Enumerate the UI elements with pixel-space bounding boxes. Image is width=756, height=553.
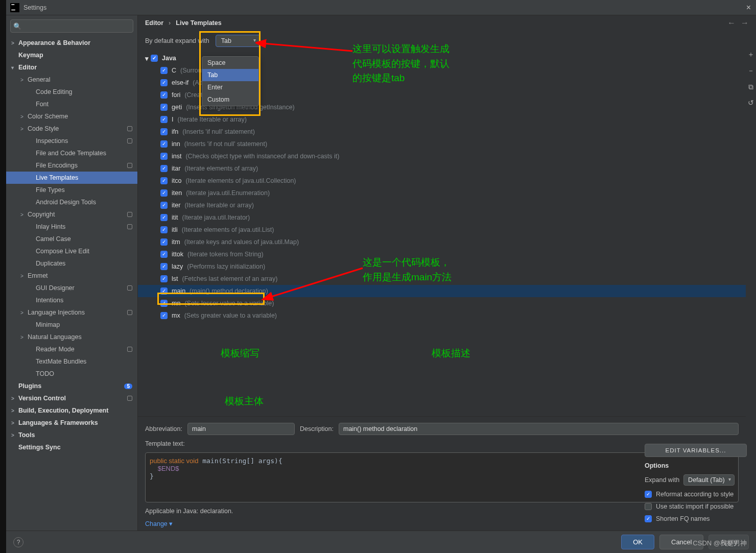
template-checkbox[interactable] <box>160 189 168 197</box>
dropdown-option[interactable]: Space <box>202 57 258 69</box>
expand-dropdown-popup[interactable]: SpaceTabEnterCustom <box>202 56 259 106</box>
tree-item-label: Settings Sync <box>18 444 137 451</box>
settings-tree-item[interactable]: >Emmet <box>6 270 137 282</box>
dropdown-option[interactable]: Custom <box>202 93 258 106</box>
template-checkbox[interactable] <box>160 165 168 172</box>
dropdown-option[interactable]: Enter <box>202 81 258 93</box>
settings-tree-item[interactable]: >Color Scheme <box>6 110 137 123</box>
group-checkbox[interactable] <box>151 55 158 62</box>
template-checkbox[interactable] <box>160 226 168 233</box>
settings-tree-item[interactable]: Android Design Tools <box>6 196 137 208</box>
add-icon[interactable]: ＋ <box>747 50 754 59</box>
template-row[interactable]: lazy(Performs lazy initialization) <box>138 260 746 273</box>
abbreviation-input[interactable] <box>187 423 295 435</box>
template-row[interactable]: itit(Iterate java.util.Iterator) <box>138 211 746 224</box>
template-checkbox[interactable] <box>160 67 168 74</box>
template-checkbox[interactable] <box>160 116 168 123</box>
settings-tree-item[interactable]: File and Code Templates <box>6 147 137 159</box>
template-checkbox[interactable] <box>160 287 168 295</box>
template-row[interactable]: inst(Checks object type with instanceof … <box>138 150 746 162</box>
edit-variables-button[interactable]: EDIT VARIABLES... <box>645 444 747 457</box>
default-expand-select[interactable]: Tab <box>216 35 261 47</box>
template-row[interactable]: itm(Iterate keys and values of java.util… <box>138 236 746 248</box>
template-checkbox[interactable] <box>160 91 168 99</box>
template-checkbox[interactable] <box>160 275 168 282</box>
template-row[interactable]: lst(Fetches last element of an array) <box>138 273 746 285</box>
remove-icon[interactable]: － <box>747 66 754 76</box>
template-checkbox[interactable] <box>160 104 168 111</box>
settings-tree-item[interactable]: Intentions <box>6 294 137 306</box>
template-row[interactable]: ifn(Inserts 'if null' statement) <box>138 126 746 138</box>
settings-tree-item[interactable]: >Version Control <box>6 392 137 404</box>
nav-forward-icon[interactable]: → <box>741 18 749 28</box>
template-row[interactable]: main(main() method declaration) <box>138 285 746 297</box>
settings-tree-item[interactable]: Minimap <box>6 319 137 331</box>
settings-tree-item[interactable]: TODO <box>6 368 137 380</box>
settings-search-input[interactable] <box>10 19 133 33</box>
settings-tree-item[interactable]: Reader Mode <box>6 343 137 355</box>
template-row[interactable]: itar(Iterate elements of array) <box>138 162 746 175</box>
change-context-link[interactable]: Change ▾ <box>145 520 173 527</box>
settings-tree-item[interactable]: Compose Live Edit <box>6 245 137 257</box>
settings-tree-item[interactable]: Code Editing <box>6 86 137 98</box>
template-checkbox[interactable] <box>160 153 168 160</box>
settings-tree-item[interactable]: >Code Style <box>6 123 137 135</box>
template-row[interactable]: mx(Sets greater value to a variable) <box>138 309 746 322</box>
template-checkbox[interactable] <box>160 238 168 246</box>
expand-with-select[interactable]: Default (Tab) <box>683 474 735 486</box>
settings-tree-item[interactable]: File Types <box>6 184 137 196</box>
template-checkbox[interactable] <box>160 312 168 319</box>
settings-tree-item[interactable]: >Copyright <box>6 208 137 221</box>
settings-tree-item[interactable]: >Appearance & Behavior <box>6 37 137 49</box>
settings-tree-item[interactable]: Settings Sync <box>6 441 137 453</box>
static-import-checkbox[interactable] <box>645 503 652 510</box>
template-row[interactable]: ittok(Iterate tokens from String) <box>138 248 746 260</box>
restore-icon[interactable]: ↺ <box>748 99 754 107</box>
template-row[interactable]: mn(Sets lesser value to a variable) <box>138 297 746 309</box>
template-checkbox[interactable] <box>160 300 168 307</box>
reformat-checkbox[interactable] <box>645 491 652 498</box>
settings-tree-item[interactable]: >Natural Languages <box>6 331 137 343</box>
settings-tree-item[interactable]: Inlay Hints <box>6 221 137 233</box>
close-icon[interactable]: × <box>746 3 751 12</box>
template-abbr: fori <box>172 91 180 99</box>
settings-tree-item[interactable]: >Build, Execution, Deployment <box>6 404 137 417</box>
dropdown-option[interactable]: Tab <box>202 69 258 81</box>
settings-tree-item[interactable]: Duplicates <box>6 257 137 270</box>
settings-tree-item[interactable]: GUI Designer <box>6 282 137 294</box>
settings-tree-item[interactable]: >Languages & Frameworks <box>6 417 137 429</box>
settings-tree-item[interactable]: Camel Case <box>6 233 137 245</box>
template-checkbox[interactable] <box>160 128 168 135</box>
template-checkbox[interactable] <box>160 251 168 258</box>
ok-button[interactable]: OK <box>621 535 654 549</box>
settings-tree[interactable]: >Appearance & BehaviorKeymap▾Editor>Gene… <box>6 37 137 531</box>
settings-tree-item[interactable]: Keymap <box>6 49 137 61</box>
template-checkbox[interactable] <box>160 202 168 209</box>
copy-icon[interactable]: ⧉ <box>748 83 753 91</box>
template-row[interactable]: iten(Iterate java.util.Enumeration) <box>138 187 746 199</box>
settings-tree-item[interactable]: >General <box>6 74 137 86</box>
template-checkbox[interactable] <box>160 140 168 148</box>
settings-tree-item[interactable]: TextMate Bundles <box>6 355 137 368</box>
template-checkbox[interactable] <box>160 263 168 270</box>
help-icon[interactable]: ? <box>13 537 23 547</box>
template-row[interactable]: iter(Iterate Iterable or array) <box>138 199 746 211</box>
description-input[interactable] <box>339 423 739 435</box>
settings-tree-item[interactable]: Inspections <box>6 135 137 147</box>
template-checkbox[interactable] <box>160 214 168 221</box>
template-row[interactable]: I(Iterate Iterable or array) <box>138 113 746 126</box>
template-row[interactable]: itco(Iterate elements of java.util.Colle… <box>138 175 746 187</box>
template-checkbox[interactable] <box>160 177 168 184</box>
settings-tree-item[interactable]: >Language Injections <box>6 306 137 319</box>
settings-tree-item[interactable]: >Tools <box>6 429 137 441</box>
settings-tree-item[interactable]: File Encodings <box>6 159 137 172</box>
template-checkbox[interactable] <box>160 79 168 86</box>
settings-tree-item[interactable]: Live Templates <box>6 172 137 184</box>
nav-back-icon[interactable]: ← <box>727 18 736 28</box>
shorten-fq-checkbox[interactable] <box>645 515 652 522</box>
settings-tree-item[interactable]: ▾Editor <box>6 61 137 74</box>
settings-tree-item[interactable]: Font <box>6 98 137 110</box>
settings-tree-item[interactable]: Plugins5 <box>6 380 137 392</box>
template-row[interactable]: inn(Inserts 'if not null' statement) <box>138 138 746 150</box>
template-row[interactable]: itli(Iterate elements of java.util.List) <box>138 224 746 236</box>
